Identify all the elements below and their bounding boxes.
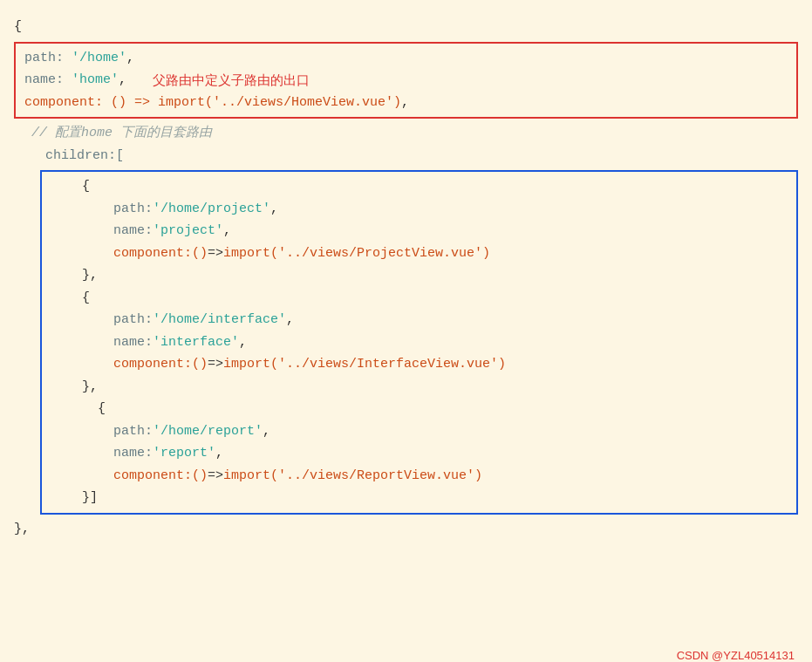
block2-component: component:()=>import('../views/Interface… (51, 353, 788, 376)
block2-name: name:'interface', (51, 331, 788, 354)
block3-open: { (51, 398, 788, 420)
block1-component: component:()=>import('../views/ProjectVi… (51, 242, 788, 265)
block2-path: path:'/home/interface', (51, 309, 788, 331)
block2-close: }, (51, 376, 788, 399)
key-component: component: () => import('../views/HomeVi… (24, 92, 401, 114)
block3-close: }] (51, 487, 788, 509)
code-line-close: }, (14, 518, 798, 541)
code-comment: // 配置home 下面的目套路由 (14, 122, 798, 145)
footer-prefix: CSDN (677, 649, 712, 662)
code-line-open: { (14, 16, 798, 38)
comment-text: // 配置home 下面的目套路由 (31, 122, 212, 145)
block1-open: { (51, 175, 788, 198)
block3-path: path:'/home/report', (51, 420, 788, 443)
footer-account: @YZL40514131 (712, 649, 795, 662)
block1-path: path:'/home/project', (51, 198, 788, 221)
code-line-component: component: () => import('../views/HomeVi… (24, 92, 788, 114)
val-path: '/home' (72, 47, 126, 70)
annotation-text: 父路由中定义子路由的出口 (153, 69, 310, 92)
blue-box-children: { path:'/home/project', name:'project', … (40, 170, 798, 515)
footer: CSDN @YZL40514131 (677, 649, 795, 662)
children-key: children:[ (14, 145, 124, 167)
block3-component: component:()=>import('../views/ReportVie… (51, 465, 788, 488)
key-name: name: (24, 69, 72, 92)
block1-close: }, (51, 264, 788, 287)
code-line-path: path: '/home', (24, 47, 788, 70)
open-brace: { (14, 16, 22, 38)
red-box-parent-route: path: '/home', name: 'home', 父路由中定义子路由的出… (14, 42, 798, 119)
block3-name: name:'report', (51, 442, 788, 465)
key-path: path: (24, 47, 72, 70)
code-line-children: children:[ (14, 145, 798, 167)
code-line-name: name: 'home', 父路由中定义子路由的出口 (24, 69, 788, 92)
block2-open: { (51, 287, 788, 310)
block1-name: name:'project', (51, 220, 788, 242)
val-name: 'home' (72, 69, 119, 92)
